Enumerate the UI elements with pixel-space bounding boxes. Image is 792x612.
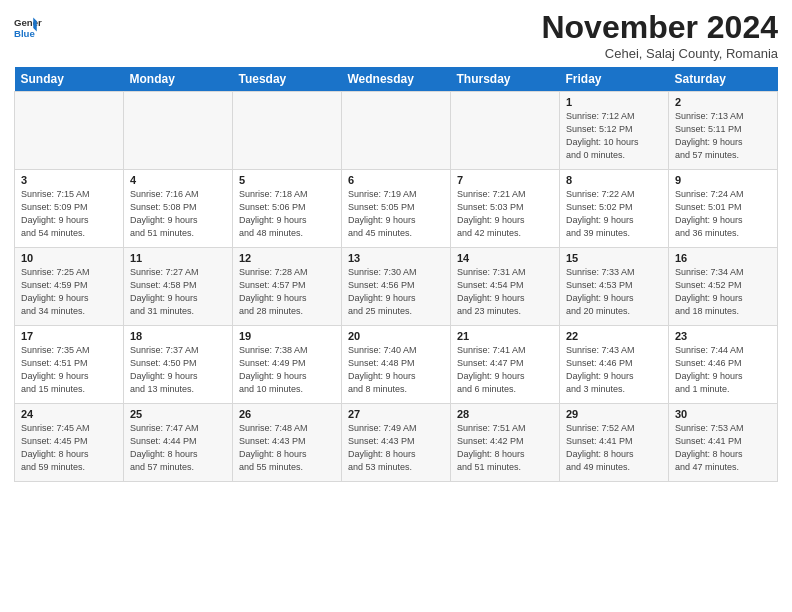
subtitle: Cehei, Salaj County, Romania [541,46,778,61]
day-info: Sunrise: 7:19 AM Sunset: 5:05 PM Dayligh… [348,188,445,240]
calendar-cell: 27Sunrise: 7:49 AM Sunset: 4:43 PM Dayli… [342,404,451,482]
day-number: 19 [239,330,336,342]
day-info: Sunrise: 7:18 AM Sunset: 5:06 PM Dayligh… [239,188,336,240]
day-number: 12 [239,252,336,264]
day-info: Sunrise: 7:47 AM Sunset: 4:44 PM Dayligh… [130,422,227,474]
calendar-week-3: 10Sunrise: 7:25 AM Sunset: 4:59 PM Dayli… [15,248,778,326]
svg-text:Blue: Blue [14,28,35,39]
calendar-cell: 23Sunrise: 7:44 AM Sunset: 4:46 PM Dayli… [669,326,778,404]
day-number: 23 [675,330,772,342]
day-info: Sunrise: 7:15 AM Sunset: 5:09 PM Dayligh… [21,188,118,240]
day-number: 7 [457,174,554,186]
calendar-cell: 14Sunrise: 7:31 AM Sunset: 4:54 PM Dayli… [451,248,560,326]
calendar-cell: 22Sunrise: 7:43 AM Sunset: 4:46 PM Dayli… [560,326,669,404]
weekday-header-sunday: Sunday [15,67,124,92]
calendar-cell: 19Sunrise: 7:38 AM Sunset: 4:49 PM Dayli… [233,326,342,404]
day-info: Sunrise: 7:34 AM Sunset: 4:52 PM Dayligh… [675,266,772,318]
calendar-cell: 1Sunrise: 7:12 AM Sunset: 5:12 PM Daylig… [560,92,669,170]
day-info: Sunrise: 7:21 AM Sunset: 5:03 PM Dayligh… [457,188,554,240]
calendar-cell: 16Sunrise: 7:34 AM Sunset: 4:52 PM Dayli… [669,248,778,326]
day-info: Sunrise: 7:52 AM Sunset: 4:41 PM Dayligh… [566,422,663,474]
day-number: 28 [457,408,554,420]
day-number: 16 [675,252,772,264]
day-number: 27 [348,408,445,420]
logo: General Blue [14,14,42,42]
calendar-cell: 28Sunrise: 7:51 AM Sunset: 4:42 PM Dayli… [451,404,560,482]
month-title: November 2024 [541,10,778,45]
day-number: 26 [239,408,336,420]
calendar-cell: 3Sunrise: 7:15 AM Sunset: 5:09 PM Daylig… [15,170,124,248]
day-info: Sunrise: 7:40 AM Sunset: 4:48 PM Dayligh… [348,344,445,396]
calendar-cell: 10Sunrise: 7:25 AM Sunset: 4:59 PM Dayli… [15,248,124,326]
day-number: 22 [566,330,663,342]
day-number: 1 [566,96,663,108]
day-info: Sunrise: 7:49 AM Sunset: 4:43 PM Dayligh… [348,422,445,474]
calendar-cell [15,92,124,170]
day-info: Sunrise: 7:22 AM Sunset: 5:02 PM Dayligh… [566,188,663,240]
day-number: 3 [21,174,118,186]
calendar-table: SundayMondayTuesdayWednesdayThursdayFrid… [14,67,778,482]
day-number: 18 [130,330,227,342]
day-info: Sunrise: 7:13 AM Sunset: 5:11 PM Dayligh… [675,110,772,162]
weekday-header-row: SundayMondayTuesdayWednesdayThursdayFrid… [15,67,778,92]
day-number: 20 [348,330,445,342]
calendar-cell: 6Sunrise: 7:19 AM Sunset: 5:05 PM Daylig… [342,170,451,248]
calendar-week-5: 24Sunrise: 7:45 AM Sunset: 4:45 PM Dayli… [15,404,778,482]
calendar-header: SundayMondayTuesdayWednesdayThursdayFrid… [15,67,778,92]
day-info: Sunrise: 7:24 AM Sunset: 5:01 PM Dayligh… [675,188,772,240]
calendar-week-4: 17Sunrise: 7:35 AM Sunset: 4:51 PM Dayli… [15,326,778,404]
day-number: 21 [457,330,554,342]
day-number: 14 [457,252,554,264]
day-number: 15 [566,252,663,264]
day-number: 8 [566,174,663,186]
calendar-cell: 4Sunrise: 7:16 AM Sunset: 5:08 PM Daylig… [124,170,233,248]
calendar-cell: 2Sunrise: 7:13 AM Sunset: 5:11 PM Daylig… [669,92,778,170]
weekday-header-thursday: Thursday [451,67,560,92]
day-info: Sunrise: 7:33 AM Sunset: 4:53 PM Dayligh… [566,266,663,318]
day-number: 4 [130,174,227,186]
calendar-cell: 21Sunrise: 7:41 AM Sunset: 4:47 PM Dayli… [451,326,560,404]
calendar-cell: 7Sunrise: 7:21 AM Sunset: 5:03 PM Daylig… [451,170,560,248]
day-number: 30 [675,408,772,420]
day-number: 24 [21,408,118,420]
calendar-week-2: 3Sunrise: 7:15 AM Sunset: 5:09 PM Daylig… [15,170,778,248]
calendar-cell: 8Sunrise: 7:22 AM Sunset: 5:02 PM Daylig… [560,170,669,248]
day-info: Sunrise: 7:25 AM Sunset: 4:59 PM Dayligh… [21,266,118,318]
calendar-week-1: 1Sunrise: 7:12 AM Sunset: 5:12 PM Daylig… [15,92,778,170]
day-number: 9 [675,174,772,186]
calendar-cell: 18Sunrise: 7:37 AM Sunset: 4:50 PM Dayli… [124,326,233,404]
page-container: General Blue November 2024 Cehei, Salaj … [0,0,792,490]
weekday-header-monday: Monday [124,67,233,92]
calendar-cell: 15Sunrise: 7:33 AM Sunset: 4:53 PM Dayli… [560,248,669,326]
calendar-cell: 12Sunrise: 7:28 AM Sunset: 4:57 PM Dayli… [233,248,342,326]
calendar-cell: 9Sunrise: 7:24 AM Sunset: 5:01 PM Daylig… [669,170,778,248]
day-info: Sunrise: 7:45 AM Sunset: 4:45 PM Dayligh… [21,422,118,474]
day-number: 2 [675,96,772,108]
calendar-cell: 29Sunrise: 7:52 AM Sunset: 4:41 PM Dayli… [560,404,669,482]
day-number: 11 [130,252,227,264]
day-info: Sunrise: 7:41 AM Sunset: 4:47 PM Dayligh… [457,344,554,396]
calendar-cell [451,92,560,170]
header: General Blue November 2024 Cehei, Salaj … [14,10,778,61]
calendar-cell: 13Sunrise: 7:30 AM Sunset: 4:56 PM Dayli… [342,248,451,326]
calendar-body: 1Sunrise: 7:12 AM Sunset: 5:12 PM Daylig… [15,92,778,482]
day-info: Sunrise: 7:35 AM Sunset: 4:51 PM Dayligh… [21,344,118,396]
day-info: Sunrise: 7:38 AM Sunset: 4:49 PM Dayligh… [239,344,336,396]
calendar-cell: 17Sunrise: 7:35 AM Sunset: 4:51 PM Dayli… [15,326,124,404]
day-number: 6 [348,174,445,186]
day-info: Sunrise: 7:30 AM Sunset: 4:56 PM Dayligh… [348,266,445,318]
calendar-cell: 11Sunrise: 7:27 AM Sunset: 4:58 PM Dayli… [124,248,233,326]
calendar-cell: 25Sunrise: 7:47 AM Sunset: 4:44 PM Dayli… [124,404,233,482]
day-number: 13 [348,252,445,264]
calendar-cell: 20Sunrise: 7:40 AM Sunset: 4:48 PM Dayli… [342,326,451,404]
weekday-header-friday: Friday [560,67,669,92]
day-info: Sunrise: 7:27 AM Sunset: 4:58 PM Dayligh… [130,266,227,318]
weekday-header-wednesday: Wednesday [342,67,451,92]
calendar-cell: 26Sunrise: 7:48 AM Sunset: 4:43 PM Dayli… [233,404,342,482]
day-info: Sunrise: 7:37 AM Sunset: 4:50 PM Dayligh… [130,344,227,396]
day-info: Sunrise: 7:51 AM Sunset: 4:42 PM Dayligh… [457,422,554,474]
calendar-cell [233,92,342,170]
svg-text:General: General [14,17,42,28]
weekday-header-saturday: Saturday [669,67,778,92]
day-info: Sunrise: 7:31 AM Sunset: 4:54 PM Dayligh… [457,266,554,318]
